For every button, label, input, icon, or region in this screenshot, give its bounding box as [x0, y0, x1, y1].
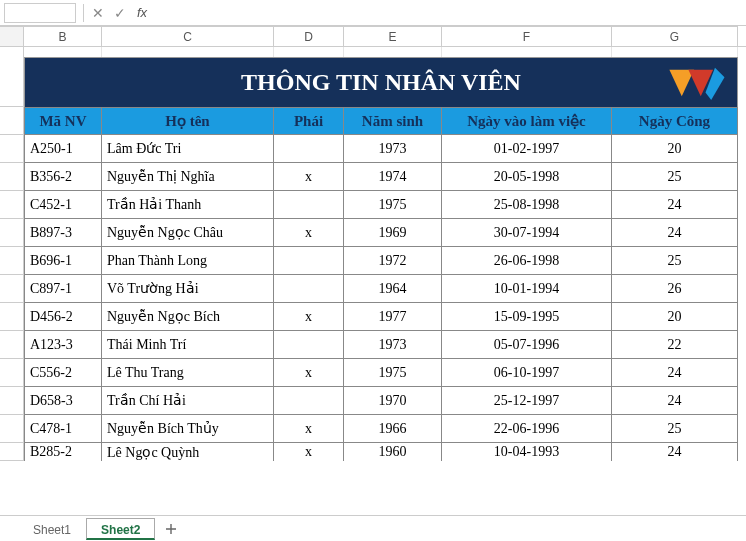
cell-ngay-vao[interactable]: 22-06-1996 [442, 415, 612, 443]
cell-ma-nv[interactable]: C452-1 [24, 191, 102, 219]
cell-ma-nv[interactable]: B696-1 [24, 247, 102, 275]
col-header-ngay-cong[interactable]: Ngày Công [612, 107, 738, 135]
cell-ngay-cong[interactable]: 24 [612, 443, 738, 461]
cell-ho-ten[interactable]: Trần Chí Hải [102, 387, 274, 415]
cell-ho-ten[interactable]: Phan Thành Long [102, 247, 274, 275]
cell-nam-sinh[interactable]: 1975 [344, 359, 442, 387]
cell-ho-ten[interactable]: Lâm Đức Tri [102, 135, 274, 163]
col-header-ma-nv[interactable]: Mã NV [24, 107, 102, 135]
cell-ngay-cong[interactable]: 20 [612, 135, 738, 163]
cell-ngay-cong[interactable]: 22 [612, 331, 738, 359]
cell-nam-sinh[interactable]: 1960 [344, 443, 442, 461]
cell-ngay-vao[interactable]: 20-05-1998 [442, 163, 612, 191]
cell-ma-nv[interactable]: D658-3 [24, 387, 102, 415]
cell-nam-sinh[interactable]: 1972 [344, 247, 442, 275]
row-header[interactable] [0, 359, 24, 387]
cell-ngay-cong[interactable]: 20 [612, 303, 738, 331]
column-header-C[interactable]: C [102, 26, 274, 46]
row-header[interactable] [0, 247, 24, 275]
cell-nam-sinh[interactable]: 1969 [344, 219, 442, 247]
column-header-D[interactable]: D [274, 26, 344, 46]
row-header[interactable] [0, 191, 24, 219]
column-header-F[interactable]: F [442, 26, 612, 46]
row-header[interactable] [0, 387, 24, 415]
cell-ho-ten[interactable]: Nguyễn Ngọc Bích [102, 303, 274, 331]
cell-phai[interactable] [274, 387, 344, 415]
cell-nam-sinh[interactable]: 1964 [344, 275, 442, 303]
cell-ngay-cong[interactable]: 26 [612, 275, 738, 303]
cell[interactable] [612, 47, 738, 57]
cell-nam-sinh[interactable]: 1973 [344, 135, 442, 163]
cell-phai[interactable] [274, 275, 344, 303]
cell-phai[interactable]: x [274, 359, 344, 387]
cell-ma-nv[interactable]: C897-1 [24, 275, 102, 303]
cell-ngay-cong[interactable]: 25 [612, 247, 738, 275]
cell[interactable] [274, 47, 344, 57]
cell-ma-nv[interactable]: C478-1 [24, 415, 102, 443]
cell-ngay-cong[interactable]: 24 [612, 359, 738, 387]
row-header[interactable] [0, 135, 24, 163]
cell-ngay-vao[interactable]: 15-09-1995 [442, 303, 612, 331]
cell-ngay-vao[interactable]: 30-07-1994 [442, 219, 612, 247]
cell-nam-sinh[interactable]: 1970 [344, 387, 442, 415]
sheet-tab-sheet2[interactable]: Sheet2 [86, 518, 155, 540]
name-box[interactable] [4, 3, 76, 23]
cell-nam-sinh[interactable]: 1974 [344, 163, 442, 191]
col-header-ngay-vao[interactable]: Ngày vào làm việc [442, 107, 612, 135]
sheet-tab-sheet1[interactable]: Sheet1 [18, 518, 86, 540]
row-header[interactable] [0, 275, 24, 303]
cell-nam-sinh[interactable]: 1966 [344, 415, 442, 443]
cancel-icon[interactable]: ✕ [87, 2, 109, 24]
cell-phai[interactable]: x [274, 443, 344, 461]
cell-nam-sinh[interactable]: 1973 [344, 331, 442, 359]
cell-phai[interactable]: x [274, 163, 344, 191]
cell[interactable] [344, 47, 442, 57]
cell-phai[interactable]: x [274, 219, 344, 247]
row-header[interactable] [0, 415, 24, 443]
cell-ma-nv[interactable]: D456-2 [24, 303, 102, 331]
row-header[interactable] [0, 303, 24, 331]
cell-ngay-cong[interactable]: 25 [612, 163, 738, 191]
cell-ma-nv[interactable]: C556-2 [24, 359, 102, 387]
column-header-E[interactable]: E [344, 26, 442, 46]
cell-phai[interactable] [274, 247, 344, 275]
cell-ho-ten[interactable]: Nguyễn Thị Nghĩa [102, 163, 274, 191]
cell-nam-sinh[interactable]: 1975 [344, 191, 442, 219]
cell-nam-sinh[interactable]: 1977 [344, 303, 442, 331]
cell-ho-ten[interactable]: Thái Minh Trí [102, 331, 274, 359]
row-header[interactable] [0, 107, 24, 135]
cell-phai[interactable] [274, 331, 344, 359]
cell-ho-ten[interactable]: Lê Thu Trang [102, 359, 274, 387]
formula-input[interactable] [153, 3, 742, 23]
cell-ma-nv[interactable]: A250-1 [24, 135, 102, 163]
cell[interactable] [24, 47, 102, 57]
cell-ho-ten[interactable]: Nguyễn Ngọc Châu [102, 219, 274, 247]
add-sheet-button[interactable] [159, 517, 183, 541]
cell-ngay-vao[interactable]: 05-07-1996 [442, 331, 612, 359]
row-header[interactable] [0, 163, 24, 191]
cell-phai[interactable] [274, 135, 344, 163]
fx-icon[interactable]: fx [131, 2, 153, 24]
row-header[interactable] [0, 219, 24, 247]
cell-ho-ten[interactable]: Nguyễn Bích Thủy [102, 415, 274, 443]
cell-ngay-cong[interactable]: 25 [612, 415, 738, 443]
cell-ngay-vao[interactable]: 25-12-1997 [442, 387, 612, 415]
cell-ho-ten[interactable]: Trần Hải Thanh [102, 191, 274, 219]
row-header[interactable] [0, 331, 24, 359]
accept-icon[interactable]: ✓ [109, 2, 131, 24]
cell-ngay-vao[interactable]: 06-10-1997 [442, 359, 612, 387]
cell-ma-nv[interactable]: A123-3 [24, 331, 102, 359]
cell-ngay-vao[interactable]: 10-04-1993 [442, 443, 612, 461]
cell-ngay-vao[interactable]: 01-02-1997 [442, 135, 612, 163]
col-header-ho-ten[interactable]: Họ tên [102, 107, 274, 135]
row-header[interactable] [0, 47, 24, 57]
cell[interactable] [442, 47, 612, 57]
cell-ngay-cong[interactable]: 24 [612, 219, 738, 247]
cell-ma-nv[interactable]: B897-3 [24, 219, 102, 247]
select-all-corner[interactable] [0, 26, 24, 46]
cell-ma-nv[interactable]: B285-2 [24, 443, 102, 461]
column-header-B[interactable]: B [24, 26, 102, 46]
cell-phai[interactable] [274, 191, 344, 219]
row-header[interactable] [0, 443, 24, 461]
cell-ngay-vao[interactable]: 10-01-1994 [442, 275, 612, 303]
